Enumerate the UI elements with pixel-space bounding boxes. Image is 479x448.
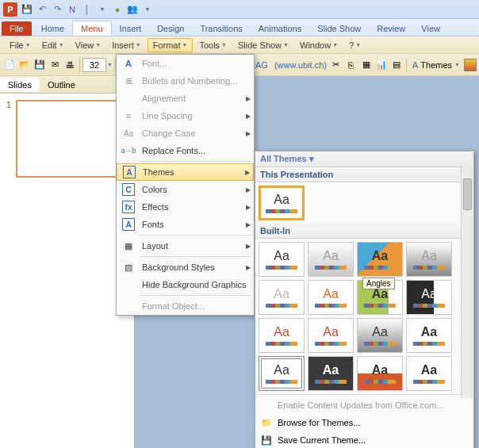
menuitem-label: Effects <box>142 202 168 212</box>
menu-window[interactable]: Window▼ <box>295 39 343 52</box>
table-icon[interactable]: ▤ <box>389 57 404 73</box>
menu-format[interactable]: Format▼ <box>148 38 194 52</box>
theme-thumb-9[interactable]: Aa <box>308 318 354 353</box>
menu-view[interactable]: View▼ <box>71 39 106 52</box>
menuitem-hide-background-graphics[interactable]: Hide Background Graphics <box>117 276 254 293</box>
theme-thumb-10[interactable]: Aa <box>357 318 403 353</box>
flyout-save-current-theme[interactable]: 💾Save Current Theme... <box>255 431 473 448</box>
submenu-arrow-icon: ▶ <box>246 204 251 211</box>
theme-thumb-3[interactable]: Aa <box>406 242 452 277</box>
cut-icon[interactable]: ✂ <box>329 57 343 73</box>
mail-icon[interactable]: ✉ <box>48 57 62 73</box>
theme-thumb-1[interactable]: Aa <box>308 242 354 277</box>
qat-dropdown2-icon[interactable]: ▼ <box>141 3 154 16</box>
save-icon2[interactable]: 💾 <box>33 57 47 73</box>
blank-icon <box>120 91 137 105</box>
theme-aa-text: Aa <box>421 287 437 301</box>
color-swatch-icon[interactable] <box>464 59 477 71</box>
redo-icon[interactable]: ↷ <box>51 3 63 16</box>
theme-thumb-13[interactable]: Aa <box>308 356 354 391</box>
menuitem-line-spacing: ≡Line Spacing▶ <box>117 107 254 124</box>
save-icon[interactable]: 💾 <box>21 3 33 16</box>
menuitem-layout[interactable]: ▦Layout▶ <box>117 237 254 255</box>
menu-tools[interactable]: Tools▼ <box>194 39 232 52</box>
theme-colorbar <box>413 380 445 384</box>
tab-animations[interactable]: Animations <box>251 21 309 36</box>
theme-current[interactable]: Aa <box>259 186 305 220</box>
menuitem-colors[interactable]: CColors▶ <box>117 181 254 198</box>
onenote-icon[interactable]: N <box>66 3 79 16</box>
menuitem-label: Themes <box>143 167 174 177</box>
slide-thumbnail[interactable]: 1 <box>6 100 128 178</box>
theme-thumb-11[interactable]: Aa <box>406 318 452 353</box>
tab-design[interactable]: Design <box>149 21 192 36</box>
theme-thumb-12[interactable]: Aa <box>259 356 305 391</box>
print-icon[interactable]: 🖶 <box>63 57 77 73</box>
menu-file[interactable]: File▼ <box>5 39 36 52</box>
fontsize-input[interactable]: 32 <box>82 58 106 72</box>
tab-home[interactable]: Home <box>33 21 72 36</box>
tab-review[interactable]: Review <box>369 21 413 36</box>
tab-file[interactable]: File <box>2 21 32 36</box>
copy-icon[interactable]: ⎘ <box>344 57 358 73</box>
tab-insert[interactable]: Insert <box>112 21 150 36</box>
scrollbar-thumb[interactable] <box>463 178 472 210</box>
menu-separator <box>139 295 251 296</box>
tab-transitions[interactable]: Transitions <box>192 21 250 36</box>
theme-thumb-7[interactable]: Aa <box>406 280 452 315</box>
menuitem-format-object: Format Object... <box>117 297 254 315</box>
flyout-section-current: This Presentation <box>255 167 473 182</box>
theme-colorbar <box>315 342 347 346</box>
menu-insert[interactable]: Insert▼ <box>107 39 145 52</box>
menuitem-bullets-and-numbering: ≣Bullets and Numbering... <box>117 72 254 90</box>
toolbar-sep3 <box>406 58 407 72</box>
tab-slideshow[interactable]: Slide Show <box>309 21 369 36</box>
theme-colorbar <box>266 266 297 270</box>
fontsize-dd-icon[interactable]: ▼ <box>107 62 113 67</box>
chart-icon[interactable]: 📊 <box>374 57 389 73</box>
theme-thumb-2[interactable]: AaAngles <box>357 242 403 277</box>
layout-icon[interactable]: ▦ <box>359 57 374 73</box>
tab-view[interactable]: View <box>413 21 448 36</box>
status-green-icon: ● <box>111 3 124 16</box>
A-icon: A <box>120 217 137 232</box>
menu-slideshow[interactable]: Slide Show▼ <box>233 39 293 52</box>
menuitem-themes[interactable]: AThemes▶ <box>117 163 254 181</box>
theme-thumb-15[interactable]: Aa <box>406 356 452 391</box>
flyout-scrollbar[interactable] <box>461 166 473 398</box>
tab-menu[interactable]: Menu <box>72 21 112 36</box>
menu-[interactable]: ?▼ <box>344 39 366 52</box>
tab-slides[interactable]: Slides <box>0 78 40 92</box>
tab-outline[interactable]: Outline <box>40 78 83 92</box>
menuitem-change-case: AaChange Case▶ <box>117 124 254 142</box>
open-icon[interactable]: 📂 <box>17 57 32 73</box>
toolbar-sep <box>79 58 80 72</box>
theme-colorbar <box>364 380 396 384</box>
menuitem-background-styles[interactable]: ▨Background Styles▶ <box>117 258 254 276</box>
flyout-footer: Enable Content Updates from Office.com..… <box>255 394 473 448</box>
menuitem-label: Bullets and Numbering... <box>142 76 237 86</box>
new-slide-icon[interactable]: 📄 <box>2 57 17 73</box>
submenu-arrow-icon: ▶ <box>245 169 250 176</box>
theme-thumb-14[interactable]: Aa <box>357 356 403 391</box>
theme-thumb-0[interactable]: Aa <box>259 242 305 277</box>
undo-icon[interactable]: ↶ <box>36 3 48 16</box>
fx-icon: fx <box>120 200 137 214</box>
flyout-all-themes[interactable]: All Themes ▾ <box>255 151 473 167</box>
themes-button[interactable]: A Themes ▼ <box>409 59 463 71</box>
menu-edit[interactable]: Edit▼ <box>37 39 69 52</box>
menuitem-effects[interactable]: fxEffects▶ <box>117 198 254 216</box>
theme-thumb-4[interactable]: Aa <box>259 280 305 315</box>
flyout-browse-for-themes[interactable]: 📁Browse for Themes... <box>255 414 473 431</box>
theme-colorbar <box>266 304 297 308</box>
chevron-down-icon: ▼ <box>25 42 31 48</box>
theme-thumb-8[interactable]: Aa <box>259 318 305 353</box>
menu-separator <box>139 161 251 162</box>
right-tools: ✂ ⎘ ▦ 📊 ▤ A Themes ▼ <box>329 57 477 73</box>
qat-dropdown-icon[interactable]: ▼ <box>96 3 109 16</box>
theme-thumb-5[interactable]: Aa <box>308 280 354 315</box>
menuitem-replace-fonts[interactable]: a→bReplace Fonts... <box>117 142 254 159</box>
flyout-grid: AaAaAaAnglesAaAaAaAaAaAaAaAaAaAaAaAaAa <box>255 239 473 394</box>
people-icon[interactable]: 👥 <box>126 3 139 16</box>
menuitem-fonts[interactable]: AFonts▶ <box>117 216 254 233</box>
